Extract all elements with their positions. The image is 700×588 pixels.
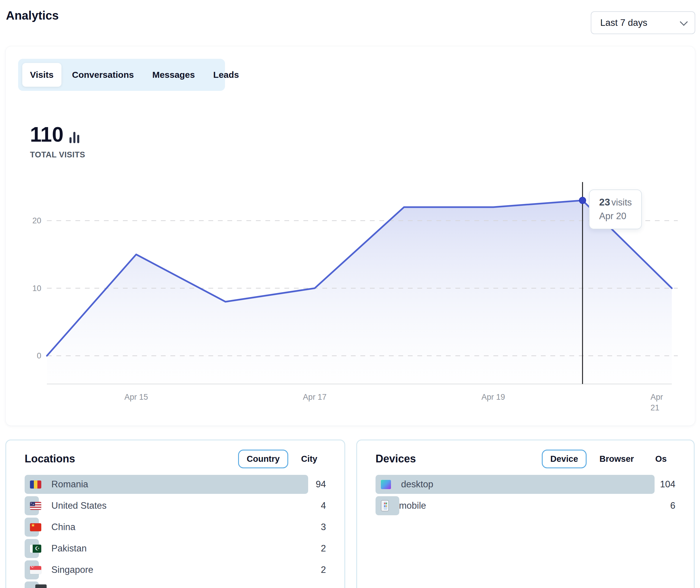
- chart-tooltip: 23 visits Apr 20: [589, 189, 642, 229]
- country-name: Romania: [51, 479, 88, 490]
- toggle-country[interactable]: Country: [238, 450, 288, 468]
- tooltip-value: 23: [599, 196, 610, 207]
- location-row[interactable]: Pakistan 2: [25, 539, 326, 558]
- date-range-select[interactable]: Last 7 days: [591, 11, 695, 34]
- device-name: desktop: [401, 479, 433, 490]
- y-axis-tick: 0: [18, 351, 41, 361]
- country-visits: 3: [321, 522, 326, 532]
- chart-area-fill: [47, 200, 672, 384]
- country-visits: 94: [316, 479, 326, 490]
- toggle-device[interactable]: Device: [542, 450, 587, 468]
- toggle-city[interactable]: City: [292, 450, 326, 468]
- mobile-icon: [381, 500, 389, 511]
- device-visits: 104: [660, 479, 675, 490]
- country-visits: 2: [321, 565, 326, 575]
- chart-svg: [6, 46, 695, 426]
- country-name: Pakistan: [51, 543, 87, 554]
- devices-title: Devices: [376, 453, 416, 465]
- flag-romania-icon: [30, 481, 41, 489]
- flag-pakistan-icon: [30, 545, 41, 553]
- desktop-icon: [381, 480, 391, 489]
- device-row[interactable]: desktop 104: [376, 475, 675, 494]
- visits-area-chart[interactable]: 01020Apr 15Apr 17Apr 19Apr 21 23 visits …: [6, 46, 695, 426]
- y-axis-tick: 10: [18, 283, 41, 294]
- location-row[interactable]: China 3: [25, 518, 326, 537]
- device-row[interactable]: mobile 6: [376, 496, 675, 515]
- flag-china-icon: [30, 523, 41, 531]
- devices-list: desktop 104 mobile 6: [376, 475, 675, 515]
- x-axis-tick: Apr 17: [303, 392, 327, 402]
- x-axis-tick: Apr 19: [482, 392, 505, 402]
- country-name: China: [51, 522, 75, 532]
- locations-title: Locations: [25, 453, 75, 465]
- date-range-value: Last 7 days: [600, 18, 647, 28]
- location-row[interactable]: United States 4: [25, 496, 326, 515]
- country-name: United States: [51, 500, 107, 511]
- tooltip-date: Apr 20: [599, 211, 632, 221]
- flag-icon: [35, 584, 47, 588]
- locations-card: Locations CountryCity Romania 94 United …: [5, 440, 345, 588]
- locations-toggles: CountryCity: [238, 450, 326, 468]
- country-visits: 2: [321, 543, 326, 554]
- y-axis-tick: 20: [18, 215, 41, 226]
- x-axis-tick: Apr 21: [650, 392, 674, 413]
- devices-toggles: DeviceBrowserOs: [542, 450, 675, 468]
- toggle-os[interactable]: Os: [647, 450, 675, 468]
- device-name: mobile: [399, 500, 426, 511]
- flag-singapore-icon: [30, 566, 41, 574]
- location-row[interactable]: Singapore 2: [25, 560, 326, 579]
- page-title: Analytics: [6, 9, 59, 22]
- devices-card: Devices DeviceBrowserOs desktop 104 mobi…: [356, 440, 695, 588]
- chevron-down-icon: [680, 18, 688, 26]
- visits-chart-card: VisitsConversationsMessagesLeads 110 TOT…: [5, 46, 695, 426]
- tooltip-unit: visits: [611, 197, 632, 207]
- x-axis-tick: Apr 15: [124, 392, 148, 402]
- country-name: Singapore: [51, 565, 93, 575]
- active-point-marker: [579, 197, 586, 204]
- toggle-browser[interactable]: Browser: [591, 450, 642, 468]
- device-visits: 6: [670, 500, 675, 511]
- flag-united-states-icon: [30, 502, 41, 510]
- location-row[interactable]: Romania 94: [25, 475, 326, 494]
- analytics-page: Analytics Last 7 days VisitsConversation…: [0, 0, 700, 588]
- locations-list: Romania 94 United States 4 China 3 Pakis…: [25, 475, 326, 579]
- country-visits: 4: [321, 500, 326, 511]
